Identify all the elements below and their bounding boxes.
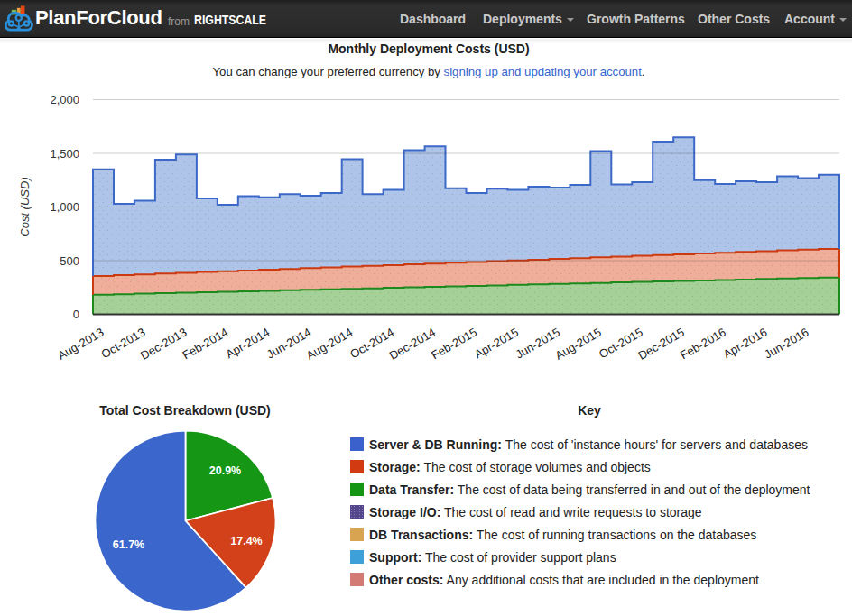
- svg-text:Aug-2014: Aug-2014: [304, 326, 355, 363]
- svg-text:Feb-2016: Feb-2016: [678, 326, 728, 363]
- svg-text:20.9%: 20.9%: [209, 464, 241, 477]
- svg-text:1,500: 1,500: [50, 147, 79, 161]
- svg-text:Dec-2015: Dec-2015: [635, 326, 686, 363]
- svg-text:Aug-2015: Aug-2015: [552, 326, 603, 363]
- svg-text:Jun-2014: Jun-2014: [264, 326, 313, 362]
- svg-text:61.7%: 61.7%: [113, 538, 144, 551]
- svg-text:2,000: 2,000: [50, 93, 79, 106]
- svg-text:Aug-2013: Aug-2013: [55, 326, 106, 363]
- svg-text:Apr-2015: Apr-2015: [472, 326, 521, 362]
- svg-text:0: 0: [73, 308, 79, 321]
- svg-text:Feb-2015: Feb-2015: [429, 326, 479, 363]
- svg-text:Cost (USD): Cost (USD): [18, 177, 32, 236]
- svg-text:Feb-2014: Feb-2014: [181, 326, 231, 363]
- svg-text:Dec-2013: Dec-2013: [138, 326, 189, 363]
- svg-text:17.4%: 17.4%: [230, 535, 262, 547]
- svg-text:Dec-2014: Dec-2014: [387, 326, 438, 363]
- svg-text:500: 500: [60, 254, 79, 268]
- svg-text:Apr-2016: Apr-2016: [721, 326, 770, 362]
- svg-text:1,000: 1,000: [50, 200, 79, 214]
- svg-text:Jun-2016: Jun-2016: [762, 326, 810, 362]
- svg-text:Apr-2014: Apr-2014: [223, 326, 272, 362]
